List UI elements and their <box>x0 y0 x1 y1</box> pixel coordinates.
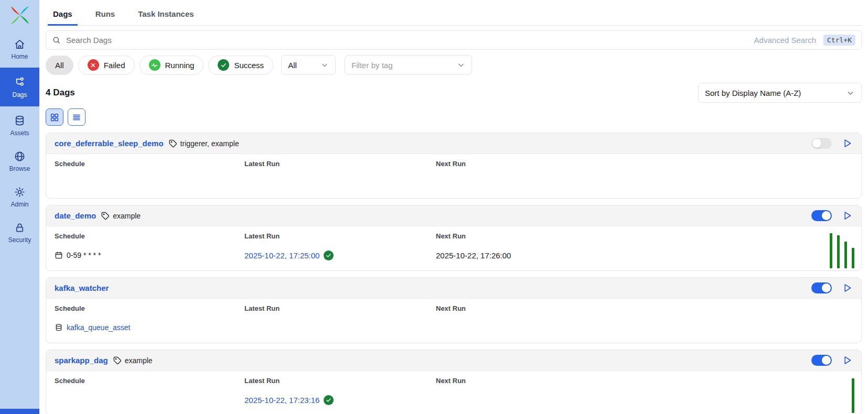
schedule-value: kafka_queue_asset <box>55 321 244 334</box>
dag-pause-toggle[interactable] <box>811 210 832 221</box>
chevron-down-icon <box>320 61 329 69</box>
schedule-value <box>55 394 244 406</box>
next-run-label: Next Run <box>436 377 853 385</box>
tag-filter-select[interactable]: Filter by tag <box>345 55 472 75</box>
sidebar-item-label: Browse <box>9 166 30 172</box>
schedule-label: Schedule <box>55 304 244 312</box>
filter-pill-failed[interactable]: Failed <box>78 56 135 75</box>
run-bar[interactable] <box>837 235 840 268</box>
success-check-icon <box>324 250 334 260</box>
advanced-search-link[interactable]: Advanced Search <box>754 36 816 45</box>
calendar-icon <box>55 251 63 259</box>
run-history-bars[interactable] <box>830 233 854 268</box>
search-row: Advanced Search Ctrl+K <box>46 30 862 50</box>
run-bar[interactable] <box>844 242 847 268</box>
schedule-value: 0-59 * * * * <box>55 249 244 262</box>
next-run-label: Next Run <box>436 304 853 312</box>
filter-pill-running[interactable]: Running <box>140 56 204 75</box>
latest-run-label: Latest Run <box>244 304 436 312</box>
tab-runs[interactable]: Runs <box>90 4 121 26</box>
run-bar[interactable] <box>852 378 854 413</box>
trigger-dag-button[interactable] <box>842 355 853 366</box>
sidebar-item-dags[interactable]: Dags <box>0 68 39 106</box>
dag-card-header: date_demo example <box>46 205 861 226</box>
card-view-button[interactable] <box>46 108 63 126</box>
dag-pause-toggle[interactable] <box>811 138 832 149</box>
sidebar-item-assets[interactable]: Assets <box>0 108 39 142</box>
gear-icon <box>14 186 26 198</box>
trigger-dag-button[interactable] <box>842 210 853 221</box>
schedule-asset-link[interactable]: kafka_queue_asset <box>67 323 130 332</box>
dag-list: core_deferrable_sleep_demo triggerer, ex… <box>46 133 862 414</box>
dag-card: kafka_watcher Schedule kafka_queue_asset <box>46 277 862 343</box>
dag-icon <box>14 77 26 89</box>
toggle-knob <box>822 211 831 220</box>
filter-pill-success[interactable]: Success <box>208 56 273 75</box>
dag-name-link[interactable]: date_demo <box>55 211 96 220</box>
search-input[interactable] <box>46 30 862 50</box>
airflow-logo[interactable] <box>0 0 39 31</box>
trigger-dag-button[interactable] <box>842 138 853 149</box>
view-toggles <box>46 108 862 126</box>
dag-card: core_deferrable_sleep_demo triggerer, ex… <box>46 133 862 199</box>
sort-select[interactable]: Sort by Display Name (A-Z) <box>698 83 862 103</box>
home-icon <box>14 38 26 50</box>
dag-card-body: Schedule kafka_queue_asset Latest Run Ne… <box>46 299 861 343</box>
latest-run-link[interactable]: 2025-10-22, 17:25:00 <box>244 251 319 260</box>
schedule-label: Schedule <box>55 160 244 168</box>
dag-card: date_demo example Schedule 0-59 * * * * <box>46 205 862 271</box>
next-run-label: Next Run <box>436 232 853 240</box>
run-history-bars[interactable] <box>852 378 854 413</box>
sidebar-item-label: Assets <box>10 130 29 136</box>
database-icon <box>14 115 26 127</box>
dag-tags-text: example <box>113 212 141 220</box>
sidebar-item-label: Dags <box>12 92 27 98</box>
search-icon <box>52 36 61 45</box>
sidebar: Home Dags Assets Browse Admin Security <box>0 0 39 414</box>
chevron-down-icon <box>457 61 465 69</box>
next-run-value <box>436 177 853 189</box>
trigger-dag-button[interactable] <box>842 282 853 293</box>
latest-run-link[interactable]: 2025-10-22, 17:23:16 <box>244 396 319 405</box>
dag-card-body: Schedule Latest Run Next Run <box>46 154 861 198</box>
running-circle-icon <box>149 59 160 71</box>
tag-icon <box>169 139 177 148</box>
sidebar-item-admin[interactable]: Admin <box>0 180 39 213</box>
dag-name-link[interactable]: sparkapp_dag <box>55 356 108 365</box>
failed-circle-icon <box>88 59 99 71</box>
toggle-knob <box>822 356 831 365</box>
tab-dags[interactable]: Dags <box>48 4 78 26</box>
dag-pause-toggle[interactable] <box>811 282 832 293</box>
play-icon <box>842 138 853 149</box>
filter-row: All Failed Running Success All <box>46 55 862 75</box>
schedule-label: Schedule <box>55 377 244 385</box>
dag-card-body: Schedule Latest Run 2025-10-22, 17:23:16… <box>46 371 861 414</box>
latest-run-label: Latest Run <box>244 232 436 240</box>
run-bar[interactable] <box>852 248 854 268</box>
schedule-value <box>55 177 244 189</box>
latest-run-label: Latest Run <box>244 377 436 385</box>
play-icon <box>842 210 853 221</box>
sidebar-item-home[interactable]: Home <box>0 32 39 66</box>
run-bar[interactable] <box>830 233 832 268</box>
dag-name-link[interactable]: kafka_watcher <box>55 284 109 292</box>
sidebar-item-browse[interactable]: Browse <box>0 144 39 178</box>
dag-pause-toggle[interactable] <box>811 355 832 366</box>
chevron-down-icon <box>846 89 855 97</box>
dag-count: 4 Dags <box>46 88 75 98</box>
dag-name-link[interactable]: core_deferrable_sleep_demo <box>55 139 164 148</box>
dag-tags: example <box>113 356 153 365</box>
sidebar-bottom-partial-item <box>0 409 39 414</box>
schedule-label: Schedule <box>55 232 244 240</box>
dag-tags: example <box>101 212 141 220</box>
schedule-value-text: 0-59 * * * * <box>67 251 101 259</box>
list-icon <box>72 113 81 122</box>
grid-icon <box>50 113 59 122</box>
tag-icon <box>113 356 122 365</box>
table-view-button[interactable] <box>68 108 85 126</box>
filter-pill-all[interactable]: All <box>46 56 73 75</box>
tab-task-instances[interactable]: Task Instances <box>133 4 199 26</box>
play-icon <box>842 355 853 366</box>
paused-filter-select[interactable]: All <box>281 55 336 75</box>
sidebar-item-security[interactable]: Security <box>0 215 39 249</box>
